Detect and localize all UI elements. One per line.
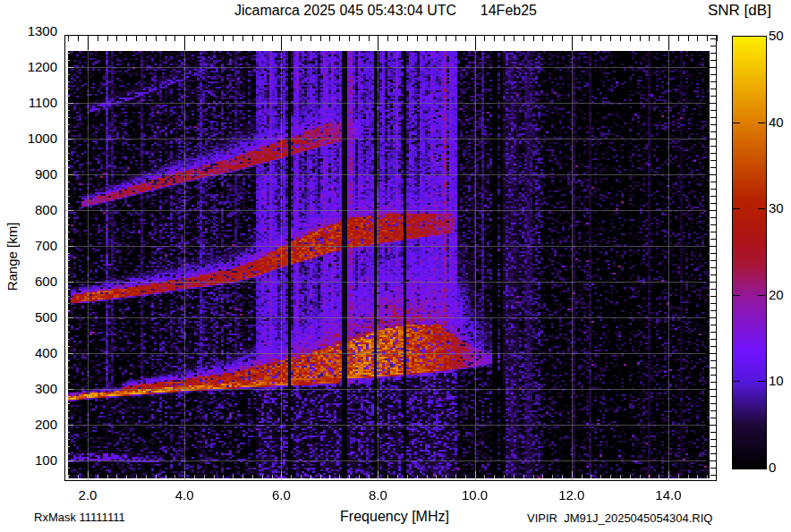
top-tick: [427, 35, 428, 41]
left-tick: [65, 224, 70, 225]
gridline-horizontal: [64, 353, 716, 354]
left-tick: [65, 396, 70, 397]
colorbar-tick-label: 20: [769, 287, 784, 302]
bottom-tick: [281, 471, 282, 478]
right-tick: [710, 303, 716, 304]
left-tick: [65, 289, 70, 290]
right-tick: [710, 296, 716, 297]
right-tick: [710, 89, 716, 89]
right-tick: [710, 310, 716, 311]
top-tick: [126, 35, 127, 41]
top-tick: [523, 35, 524, 41]
right-tick: [710, 110, 716, 111]
y-tick-label: 400: [0, 345, 57, 360]
bottom-tick: [620, 475, 621, 478]
left-tick: [65, 360, 70, 361]
right-tick: [710, 146, 716, 147]
bottom-tick: [475, 471, 476, 478]
right-tick: [706, 103, 716, 104]
top-tick: [688, 35, 689, 41]
right-tick: [706, 67, 716, 68]
right-tick: [710, 160, 716, 161]
right-tick: [706, 246, 716, 247]
left-tick: [65, 367, 70, 368]
right-tick: [710, 446, 716, 447]
left-tick: [65, 131, 70, 132]
left-tick: [65, 96, 70, 97]
right-tick: [710, 74, 716, 75]
top-tick: [514, 35, 515, 41]
y-tick-label: 300: [0, 381, 57, 396]
gridline-vertical: [572, 35, 573, 480]
left-tick: [65, 182, 70, 182]
top-tick: [359, 35, 360, 41]
bottom-tick: [174, 475, 175, 478]
right-tick: [706, 174, 716, 175]
gridline-vertical: [281, 35, 282, 480]
top-tick: [204, 35, 205, 41]
right-tick: [710, 60, 716, 61]
colorbar-tick-label: 50: [769, 28, 784, 43]
bottom-tick: [88, 471, 89, 478]
left-tick: [65, 267, 70, 268]
top-tick: [707, 35, 708, 41]
left-tick: [65, 189, 70, 190]
top-tick: [475, 35, 476, 50]
bottom-tick: [678, 475, 679, 478]
top-tick: [407, 35, 408, 41]
left-tick: [65, 38, 70, 39]
right-tick: [710, 346, 716, 347]
gridline-vertical: [475, 35, 476, 480]
top-tick: [339, 35, 340, 41]
bottom-tick: [630, 475, 631, 478]
right-tick: [710, 203, 716, 204]
left-tick: [65, 239, 70, 240]
y-tick-label: 700: [0, 238, 57, 253]
y-tick-label: 900: [0, 166, 57, 182]
right-tick: [710, 53, 716, 54]
bottom-tick: [301, 475, 302, 478]
bottom-tick: [242, 475, 243, 478]
gridline-vertical: [184, 35, 185, 480]
right-tick: [710, 396, 716, 397]
colorbar-tick: [733, 208, 740, 209]
bottom-tick: [166, 475, 166, 478]
right-tick: [710, 332, 716, 333]
bottom-tick: [262, 475, 263, 478]
bottom-tick: [494, 475, 495, 478]
bottom-tick: [146, 475, 147, 478]
left-tick: [65, 446, 70, 447]
bottom-tick: [369, 475, 370, 478]
file-name-label: VIPIR JM91J_2025045054304.RIQ: [527, 511, 712, 525]
top-tick: [446, 35, 447, 41]
left-tick: [65, 332, 70, 333]
top-tick: [455, 35, 456, 41]
top-tick: [281, 35, 282, 50]
bottom-tick: [659, 475, 659, 478]
left-tick: [65, 282, 73, 283]
left-tick: [65, 217, 70, 218]
gridline-vertical: [378, 35, 378, 480]
colorbar-tick-label: 40: [769, 114, 784, 130]
right-tick: [710, 124, 716, 125]
top-tick: [436, 35, 437, 41]
right-tick: [710, 239, 716, 240]
right-tick: [710, 382, 716, 383]
bottom-tick: [397, 475, 398, 478]
bottom-tick: [552, 475, 553, 478]
right-tick: [706, 282, 716, 283]
bottom-tick: [668, 471, 669, 478]
colorbar-tick: [758, 208, 765, 209]
bottom-tick: [407, 475, 408, 478]
top-tick: [146, 35, 147, 41]
bottom-tick: [126, 475, 127, 478]
y-tick-label: 800: [0, 202, 57, 217]
right-tick: [710, 232, 716, 232]
left-tick: [65, 375, 70, 376]
top-tick: [552, 35, 553, 41]
top-tick: [369, 35, 370, 41]
right-tick: [710, 217, 716, 218]
bottom-tick: [417, 475, 418, 478]
top-tick: [252, 35, 253, 41]
x-tick-label: 8.0: [358, 487, 397, 502]
